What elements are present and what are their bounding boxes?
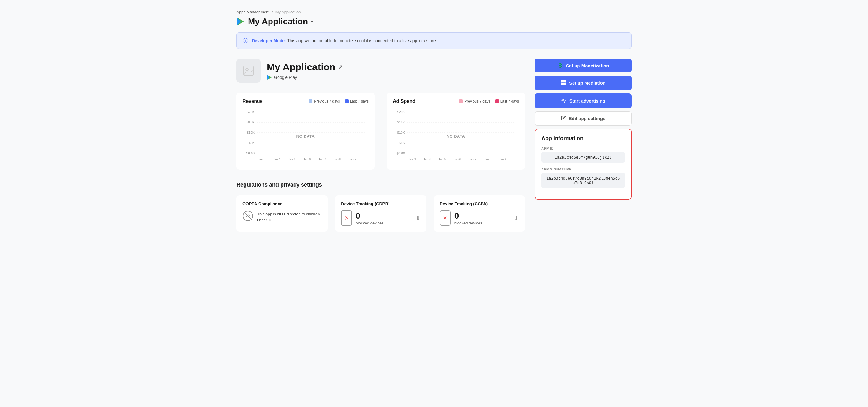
ccpa-content: ✕ 0 blocked devices ⬇ <box>440 210 519 226</box>
svg-text:$5K: $5K <box>249 141 255 145</box>
monetization-icon: 💲 <box>557 63 563 68</box>
app-id-label: APP ID <box>541 146 625 150</box>
advertising-button[interactable]: Start advertising <box>535 93 631 108</box>
adspend-legend-previous: Previous 7 days <box>459 99 490 104</box>
svg-text:Jan 3: Jan 3 <box>258 158 266 161</box>
google-play-store-icon <box>267 75 272 80</box>
app-name-heading: My Application ↗ <box>267 62 343 73</box>
svg-text:$20K: $20K <box>247 110 255 114</box>
ccpa-title: Device Tracking (CCPA) <box>440 201 519 206</box>
svg-text:$5K: $5K <box>399 141 405 145</box>
ccpa-count: 0 <box>454 211 483 221</box>
svg-text:$15K: $15K <box>247 120 255 124</box>
app-store-badge: Google Play <box>267 75 343 80</box>
breadcrumb-parent[interactable]: Apps Management <box>237 10 270 14</box>
page-title: My Application <box>248 17 308 26</box>
app-title-bar: My Application ▾ <box>237 17 631 26</box>
monetization-button[interactable]: 💲 Set up Monetization <box>535 59 631 72</box>
svg-text:Jan 4: Jan 4 <box>273 158 281 161</box>
charts-section: Revenue Previous 7 days Last 7 days <box>237 92 525 170</box>
gdpr-count: 0 <box>355 211 384 221</box>
coppa-icon <box>243 210 253 224</box>
svg-rect-4 <box>244 66 253 76</box>
gdpr-card: Device Tracking (GDPR) ✕ 0 blocked devic… <box>335 195 426 232</box>
svg-text:$15K: $15K <box>397 120 405 124</box>
ccpa-label: blocked devices <box>454 221 483 225</box>
revenue-chart-area: $20K $15K $10K $5K $0.00 <box>243 109 369 164</box>
svg-text:$20K: $20K <box>397 110 405 114</box>
svg-point-5 <box>246 68 248 71</box>
revenue-no-data: NO DATA <box>297 134 315 139</box>
svg-text:Jan 7: Jan 7 <box>469 158 476 161</box>
title-dropdown-arrow[interactable]: ▾ <box>311 19 313 24</box>
adspend-chart: Ad Spend Previous 7 days Last 7 days <box>387 92 525 170</box>
svg-rect-48 <box>561 82 566 83</box>
svg-text:$10K: $10K <box>397 131 405 134</box>
revenue-legend-previous: Previous 7 days <box>309 99 340 104</box>
svg-text:Jan 4: Jan 4 <box>424 158 431 161</box>
app-info-card-title: App information <box>541 135 625 142</box>
developer-mode-banner: ⓘ Developer Mode: This app will not be a… <box>237 32 631 49</box>
svg-text:$10K: $10K <box>247 131 255 134</box>
regulations-section: Regulations and privacy settings COPPA C… <box>237 182 525 232</box>
edit-icon <box>561 116 566 121</box>
svg-text:Jan 7: Jan 7 <box>318 158 326 161</box>
svg-line-45 <box>245 213 251 219</box>
breadcrumb: Apps Management / My Application <box>237 10 631 14</box>
google-play-icon <box>237 17 245 26</box>
svg-point-46 <box>246 214 247 215</box>
advertising-icon <box>561 98 566 104</box>
coppa-text: This app is NOT directed to children und… <box>257 211 321 223</box>
regulations-grid: COPPA Compliance <box>237 195 525 232</box>
adspend-chart-area: $20K $15K $10K $5K $0.00 Jan 3 Jan 4 <box>393 109 519 164</box>
breadcrumb-separator: / <box>272 10 273 14</box>
svg-text:Jan 8: Jan 8 <box>484 158 492 161</box>
svg-rect-47 <box>561 80 566 81</box>
gdpr-download-icon[interactable]: ⬇ <box>415 214 421 222</box>
gdpr-title: Device Tracking (GDPR) <box>341 201 420 206</box>
edit-settings-button[interactable]: Edit app settings <box>535 111 631 125</box>
revenue-chart: Revenue Previous 7 days Last 7 days <box>237 92 375 170</box>
info-icon: ⓘ <box>243 37 248 44</box>
right-sidebar: 💲 Set up Monetization Set up Mediation <box>535 59 631 232</box>
gdpr-device-icon: ✕ <box>341 210 352 226</box>
svg-text:$0.00: $0.00 <box>246 151 255 155</box>
app-id-value: 1a2b3c4d5e6f7g8h9i0j1k2l <box>541 152 625 163</box>
revenue-chart-title: Revenue <box>243 98 263 104</box>
regulations-title: Regulations and privacy settings <box>237 182 525 188</box>
ccpa-card: Device Tracking (CCPA) ✕ 0 blocked devic… <box>434 195 525 232</box>
app-header: My Application ↗ Google Play <box>237 59 525 83</box>
ccpa-download-icon[interactable]: ⬇ <box>514 214 519 222</box>
svg-text:Jan 3: Jan 3 <box>408 158 416 161</box>
gdpr-content: ✕ 0 blocked devices ⬇ <box>341 210 420 226</box>
svg-text:Jan 6: Jan 6 <box>454 158 461 161</box>
revenue-legend-last: Last 7 days <box>345 99 369 104</box>
coppa-title: COPPA Compliance <box>243 201 321 206</box>
svg-text:$0.00: $0.00 <box>396 151 405 155</box>
svg-text:Jan 5: Jan 5 <box>438 158 446 161</box>
svg-text:Jan 6: Jan 6 <box>303 158 311 161</box>
external-link-icon[interactable]: ↗ <box>338 64 343 70</box>
adspend-chart-title: Ad Spend <box>393 98 415 104</box>
ccpa-device-x-icon: ✕ <box>443 215 447 222</box>
revenue-legend: Previous 7 days Last 7 days <box>309 99 369 104</box>
coppa-content: This app is NOT directed to children und… <box>243 210 321 224</box>
developer-banner-text: Developer Mode: This app will not be abl… <box>252 38 437 43</box>
app-icon <box>237 59 261 83</box>
adspend-legend: Previous 7 days Last 7 days <box>459 99 519 104</box>
app-signature-label: APP SIGNATURE <box>541 167 625 171</box>
mediation-button[interactable]: Set up Mediation <box>535 76 631 90</box>
gdpr-label: blocked devices <box>355 221 384 225</box>
svg-text:Jan 9: Jan 9 <box>499 158 507 161</box>
mediation-icon <box>561 80 566 86</box>
app-signature-value: 1a2b3c4d5e6f7g8h9i0j1k2l3m4n5o6p7q8r9s0t <box>541 173 625 188</box>
coppa-card: COPPA Compliance <box>237 195 328 232</box>
adspend-legend-last: Last 7 days <box>495 99 519 104</box>
device-x-icon: ✕ <box>344 215 349 222</box>
breadcrumb-current: My Application <box>276 10 301 14</box>
svg-text:Jan 8: Jan 8 <box>334 158 341 161</box>
app-info-card: App information APP ID 1a2b3c4d5e6f7g8h9… <box>535 128 631 200</box>
svg-text:Jan 5: Jan 5 <box>288 158 296 161</box>
adspend-no-data: NO DATA <box>447 134 465 139</box>
svg-rect-49 <box>561 84 566 85</box>
